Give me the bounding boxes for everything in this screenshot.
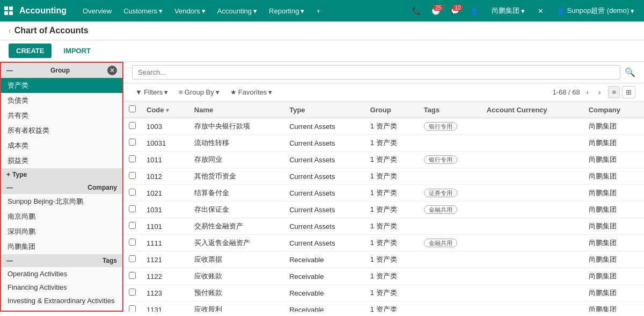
row-checkbox-cell[interactable] xyxy=(123,301,141,312)
cell-code: 1122 xyxy=(141,268,189,285)
row-checkbox-cell[interactable] xyxy=(123,268,141,285)
chat-btn[interactable]: 💬 10 xyxy=(448,5,463,17)
list-view-button[interactable]: ≡ xyxy=(608,86,620,98)
tag-badge: 银行专用 xyxy=(424,122,457,131)
cell-group: 1 资产类 xyxy=(365,202,419,218)
groupby-button[interactable]: ≡ Group By ▾ xyxy=(175,87,223,98)
import-button[interactable]: IMPORT xyxy=(56,44,98,58)
create-button[interactable]: CREATE xyxy=(9,44,52,58)
app-grid-icon[interactable] xyxy=(4,6,13,15)
cell-type: Current Assets xyxy=(284,235,365,252)
sidebar-item-equity[interactable]: 所有者权益类 xyxy=(1,123,122,138)
nav-accounting[interactable]: Accounting ▾ xyxy=(212,5,262,17)
sidebar-item-liabilities[interactable]: 负债类 xyxy=(1,93,122,108)
row-checkbox[interactable] xyxy=(129,122,136,129)
row-checkbox[interactable] xyxy=(129,255,136,262)
dropdown-chevron: ▾ xyxy=(253,7,257,15)
row-checkbox[interactable] xyxy=(129,139,136,146)
cell-tags xyxy=(419,301,481,312)
row-checkbox[interactable] xyxy=(129,289,136,296)
chevron-icon: ▾ xyxy=(521,7,525,15)
grid-view-button[interactable]: ⊞ xyxy=(622,86,635,98)
nav-reporting[interactable]: Reporting ▾ xyxy=(264,5,310,17)
nav-customers[interactable]: Customers ▾ xyxy=(118,5,168,17)
filters-button[interactable]: ▼ Filters ▾ xyxy=(132,87,171,98)
tag-badge: 证券专用 xyxy=(424,189,457,197)
group-close-button[interactable]: ✕ xyxy=(107,66,117,75)
user-menu[interactable]: 👤 Sunpop超营 (demo) ▾ xyxy=(551,4,640,18)
search-input[interactable] xyxy=(132,65,620,80)
sidebar-item-investing[interactable]: Investing & Extraordinary Activities xyxy=(1,294,122,307)
col-company: Company xyxy=(583,102,644,118)
company-selector[interactable]: 尚鹏集团 ▾ xyxy=(486,4,530,18)
cell-group: 1 资产类 xyxy=(365,285,419,301)
row-checkbox[interactable] xyxy=(129,239,136,246)
favorites-button[interactable]: ★ Favorites ▾ xyxy=(227,87,275,98)
cell-tags xyxy=(419,218,481,235)
table-row: 1123 预付账款 Receivable 1 资产类 尚鹏集团 xyxy=(123,285,644,301)
row-checkbox-cell[interactable] xyxy=(123,235,141,252)
cell-company: 尚鹏集团 xyxy=(583,118,644,135)
code-sort-icon[interactable]: ▾ xyxy=(166,107,169,113)
sidebar-item-financing[interactable]: Financing Activities xyxy=(1,281,122,294)
nav-vendors[interactable]: Vendors ▾ xyxy=(169,5,211,17)
tags-section-header[interactable]: — Tags xyxy=(1,254,122,267)
prev-page-button[interactable]: ‹ xyxy=(583,87,592,98)
type-section-header[interactable]: + Type xyxy=(1,168,122,181)
sidebar-item-shenzhen[interactable]: 深圳尚鹏 xyxy=(1,224,122,239)
clock-btn[interactable]: 🕐 25 xyxy=(428,5,443,17)
sidebar-item-nanjing[interactable]: 南京尚鹏 xyxy=(1,209,122,224)
row-checkbox[interactable] xyxy=(129,205,136,212)
sidebar-item-pnl[interactable]: 损益类 xyxy=(1,153,122,168)
group-section-header[interactable]: — Group ✕ xyxy=(1,63,122,78)
cell-name: 结算备付金 xyxy=(189,185,284,202)
contacts-btn[interactable]: 👤 xyxy=(467,5,482,17)
sidebar-item-cost[interactable]: 成本类 xyxy=(1,138,122,153)
row-checkbox-cell[interactable] xyxy=(123,218,141,235)
top-navbar: Accounting Overview Customers ▾ Vendors … xyxy=(0,0,644,21)
sidebar-item-assets[interactable]: 资产类 xyxy=(1,78,122,93)
cell-code: 1121 xyxy=(141,252,189,268)
select-all-checkbox[interactable] xyxy=(129,105,136,112)
cell-currency xyxy=(481,202,583,218)
select-all-header[interactable] xyxy=(123,102,141,118)
row-checkbox-cell[interactable] xyxy=(123,152,141,168)
col-tags: Tags xyxy=(419,102,481,118)
row-checkbox[interactable] xyxy=(129,305,136,312)
sidebar-item-group[interactable]: 尚鹏集团 xyxy=(1,239,122,254)
nav-overview[interactable]: Overview xyxy=(77,5,117,17)
row-checkbox[interactable] xyxy=(129,272,136,279)
row-checkbox-cell[interactable] xyxy=(123,252,141,268)
company-section-header[interactable]: — Company xyxy=(1,181,122,194)
cell-company: 尚鹏集团 xyxy=(583,185,644,202)
cell-group: 1 资产类 xyxy=(365,252,419,268)
sidebar-item-operating[interactable]: Operating Activities xyxy=(1,267,122,281)
tags-section-label: Tags xyxy=(103,257,117,264)
cell-name: 应收票据 xyxy=(189,252,284,268)
row-checkbox-cell[interactable] xyxy=(123,135,141,152)
search-button[interactable]: 🔍 xyxy=(625,67,635,77)
row-checkbox[interactable] xyxy=(129,172,136,179)
cell-currency xyxy=(481,285,583,301)
row-checkbox[interactable] xyxy=(129,155,136,162)
tag-badge: 金融共用 xyxy=(424,205,457,214)
table-row: 1111 买入返售金融资产 Current Assets 1 资产类 金融共用 … xyxy=(123,235,644,252)
next-page-button[interactable]: › xyxy=(595,87,604,98)
cell-name: 买入返售金融资产 xyxy=(189,235,284,252)
row-checkbox[interactable] xyxy=(129,189,136,196)
col-name: Name xyxy=(189,102,284,118)
close-btn[interactable]: ✕ xyxy=(535,5,547,17)
row-checkbox-cell[interactable] xyxy=(123,285,141,301)
sidebar-item-shared[interactable]: 共有类 xyxy=(1,108,122,123)
row-checkbox[interactable] xyxy=(129,222,136,229)
phone-btn[interactable]: 📞 xyxy=(409,5,424,17)
favorites-chevron: ▾ xyxy=(268,88,272,96)
row-checkbox-cell[interactable] xyxy=(123,168,141,185)
row-checkbox-cell[interactable] xyxy=(123,202,141,218)
sidebar-item-beijing[interactable]: Sunpop Bejing-北京尚鹏 xyxy=(1,194,122,209)
breadcrumb-back-icon[interactable]: ‹ xyxy=(9,26,11,35)
row-checkbox-cell[interactable] xyxy=(123,118,141,135)
nav-add[interactable]: + xyxy=(311,5,326,17)
row-checkbox-cell[interactable] xyxy=(123,185,141,202)
cell-tags: 证券专用 xyxy=(419,185,481,202)
